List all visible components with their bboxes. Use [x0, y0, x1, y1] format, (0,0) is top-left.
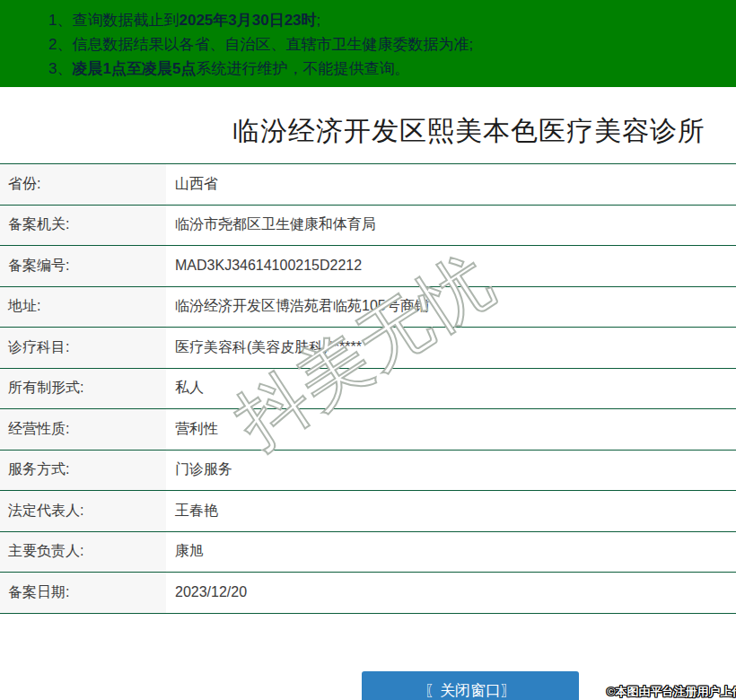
- row-value: 营利性: [166, 409, 736, 450]
- row-value: 医疗美容科(美容皮肤科)******: [166, 328, 736, 368]
- row-value: 门诊服务: [166, 451, 736, 491]
- notice-text: 信息数据结果以各省、自治区、直辖市卫生健康委数据为准;: [72, 36, 473, 53]
- table-row: 备案机关: 临汾市尧都区卫生健康和体育局: [0, 206, 736, 247]
- notice-line-number: 2、: [48, 36, 72, 53]
- table-row: 诊疗科目: 医疗美容科(美容皮肤科)******: [0, 328, 736, 369]
- row-value: 私人: [166, 369, 736, 409]
- row-value: 临汾市尧都区卫生健康和体育局: [166, 206, 736, 246]
- row-value: MAD3KJ34614100215D2212: [166, 246, 736, 286]
- notice-banner: 1、查询数据截止到2025年3月30日23时; 2、信息数据结果以各省、自治区、…: [0, 0, 736, 87]
- table-row: 经营性质: 营利性: [0, 409, 736, 451]
- row-value: 王春艳: [166, 491, 736, 531]
- table-row: 主要负责人: 康旭: [0, 532, 736, 573]
- notice-line-3: 3、凌晨1点至凌晨5点系统进行维护，不能提供查询。: [48, 57, 736, 81]
- row-value: 临汾经济开发区博浩苑君临苑105号商铺: [166, 287, 736, 328]
- table-row: 省份: 山西省: [0, 164, 736, 206]
- row-label: 经营性质:: [0, 409, 166, 450]
- close-window-button[interactable]: 〖关闭窗口〗: [362, 671, 579, 700]
- row-label: 主要负责人:: [0, 532, 166, 573]
- row-label: 备案机关:: [0, 206, 166, 246]
- row-label: 诊疗科目:: [0, 328, 166, 368]
- notice-text-bold: 凌晨1点至凌晨5点: [72, 60, 196, 77]
- notice-line-2: 2、信息数据结果以各省、自治区、直辖市卫生健康委数据为准;: [48, 32, 736, 57]
- notice-line-number: 1、: [48, 12, 72, 29]
- table-row: 备案编号: MAD3KJ34614100215D2212: [0, 246, 736, 287]
- page-title: 临汾经济开发区熙美本色医疗美容诊所: [0, 109, 736, 152]
- record-table: 省份: 山西省 备案机关: 临汾市尧都区卫生健康和体育局 备案编号: MAD3K…: [0, 163, 736, 614]
- row-label: 备案编号:: [0, 246, 166, 286]
- row-label: 所有制形式:: [0, 369, 166, 409]
- row-label: 法定代表人:: [0, 491, 166, 531]
- row-label: 服务方式:: [0, 451, 166, 491]
- row-label: 地址:: [0, 287, 166, 328]
- notice-line-1: 1、查询数据截止到2025年3月30日23时;: [48, 8, 736, 32]
- table-row: 所有制形式: 私人: [0, 369, 736, 410]
- table-row: 法定代表人: 王春艳: [0, 491, 736, 532]
- notice-text-bold: 2025年3月30日23时: [179, 12, 316, 29]
- notice-text: 系统进行维护，不能提供查询。: [196, 60, 409, 77]
- table-row: 备案日期: 2023/12/20: [0, 573, 736, 614]
- row-value: 山西省: [166, 164, 736, 205]
- row-label: 省份:: [0, 164, 166, 205]
- upload-watermark: ©本图由平台注册用户上传: [607, 684, 736, 700]
- table-row: 地址: 临汾经济开发区博浩苑君临苑105号商铺: [0, 287, 736, 328]
- notice-text: ;: [317, 12, 321, 29]
- table-row: 服务方式: 门诊服务: [0, 451, 736, 492]
- notice-text: 查询数据截止到: [72, 12, 179, 29]
- row-value: 2023/12/20: [166, 573, 736, 613]
- notice-line-number: 3、: [48, 60, 72, 77]
- row-label: 备案日期:: [0, 573, 166, 613]
- row-value: 康旭: [166, 532, 736, 573]
- page-container: 1、查询数据截止到2025年3月30日23时; 2、信息数据结果以各省、自治区、…: [0, 0, 736, 614]
